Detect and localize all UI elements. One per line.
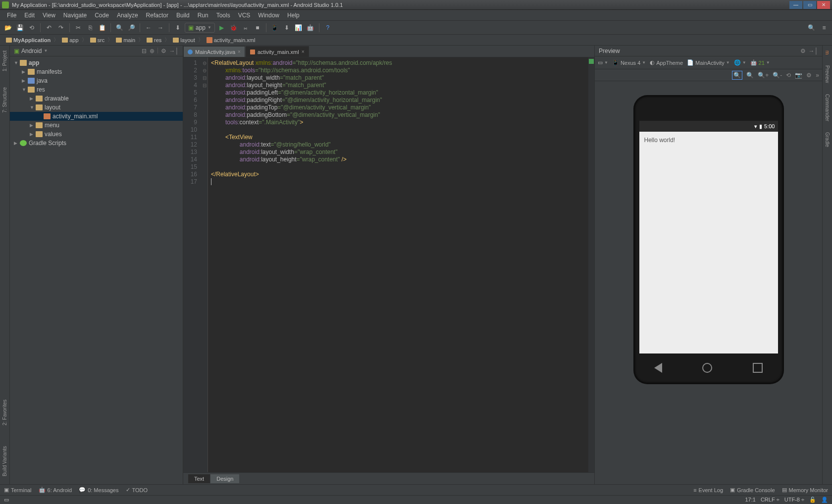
menu-run[interactable]: Run [194, 12, 212, 19]
cut-icon[interactable]: ✂ [73, 23, 83, 33]
tree-node-gradle-scripts[interactable]: ▶Gradle Scripts [10, 139, 183, 148]
locale-selector[interactable]: 🌐▼ [734, 59, 746, 66]
status-icon[interactable]: ▭ [4, 497, 9, 503]
event-log-tool-button[interactable]: ≡ Event Log [693, 487, 723, 493]
crumb-main[interactable]: main [114, 37, 137, 43]
project-view-selector[interactable]: ▣ Android ▼ [14, 48, 48, 54]
save-icon[interactable]: 💾 [15, 23, 25, 33]
collapse-icon[interactable]: ⊟ [142, 48, 147, 54]
code-editor[interactable]: 1 2 3 4 5 6 7 8 9 10 11 12 13 14 15 16 1… [183, 57, 594, 472]
tab-text[interactable]: Text [188, 474, 210, 483]
help-icon[interactable]: ? [323, 23, 333, 33]
sdk-icon[interactable]: ⬇ [282, 23, 292, 33]
code-content[interactable]: <RelativeLayout xmlns:android="http://sc… [208, 57, 588, 472]
menu-refactor[interactable]: Refactor [142, 12, 172, 19]
undo-icon[interactable]: ↶ [44, 23, 54, 33]
screenshot-icon[interactable]: 📷 [795, 72, 802, 79]
menu-code[interactable]: Code [91, 12, 113, 19]
make-icon[interactable]: ⬇ [173, 23, 183, 33]
toolbar-menu-icon[interactable]: ≡ [819, 23, 829, 33]
todo-tool-button[interactable]: ✓ TODO [126, 487, 148, 493]
avd-icon[interactable]: 📱 [270, 23, 280, 33]
menu-file[interactable]: File [3, 12, 20, 19]
run-config-selector[interactable]: ▣ app ▼ [185, 23, 215, 33]
window-close-button[interactable]: ✕ [817, 1, 830, 9]
hide-icon[interactable]: →│ [809, 48, 819, 54]
attach-debug-icon[interactable]: ⨝ [241, 23, 251, 33]
run-icon[interactable]: ▶ [217, 23, 227, 33]
tree-node-drawable[interactable]: ▶drawable [10, 94, 183, 103]
close-icon[interactable]: × [302, 49, 305, 54]
activity-selector[interactable]: 📄MainActivity▼ [687, 59, 730, 66]
fold-gutter[interactable]: ⊖ ⊖⊟⊟ [201, 57, 208, 472]
close-icon[interactable]: × [238, 49, 241, 54]
orientation-button[interactable]: ▭▼ [598, 59, 608, 66]
commander-tool-button[interactable]: Commander [825, 91, 830, 124]
tree-node-layout[interactable]: ▼layout [10, 103, 183, 112]
terminal-tool-button[interactable]: ▣ Terminal [4, 487, 32, 493]
zoom-fit-icon[interactable]: 🔍 [732, 71, 742, 80]
error-stripe[interactable] [588, 57, 594, 472]
open-icon[interactable]: 📂 [3, 23, 13, 33]
crumb-app[interactable]: app [60, 37, 80, 43]
zoom-actual-icon[interactable]: 🔍 [746, 72, 754, 79]
menu-edit[interactable]: Edit [20, 12, 39, 19]
editor-tab-mainactivity[interactable]: MainActivity.java × [183, 46, 245, 57]
zoom-out-icon[interactable]: 🔍- [773, 72, 782, 79]
theme-selector[interactable]: ◐AppTheme [650, 59, 683, 66]
crumb-layout[interactable]: layout [171, 37, 197, 43]
structure-tool-button[interactable]: 7: Structure [2, 84, 7, 116]
preview-canvas[interactable]: ▾ ▮ 5:00 Hello world! [595, 81, 822, 484]
crumb-res[interactable]: res [145, 37, 163, 43]
menu-tools[interactable]: Tools [212, 12, 234, 19]
sync-icon[interactable]: ⟲ [27, 23, 37, 33]
tree-node-res[interactable]: ▼res [10, 85, 183, 94]
tree-node-values[interactable]: ▶values [10, 130, 183, 139]
menu-window[interactable]: Window [254, 12, 283, 19]
settings-icon[interactable]: ⚙ [806, 72, 812, 79]
window-minimize-button[interactable]: — [789, 1, 802, 9]
target-icon[interactable]: ⊕ [150, 48, 155, 54]
gradle-tool-button[interactable]: Gradle [825, 129, 830, 150]
messages-tool-button[interactable]: 💬 0: Messages [79, 487, 118, 493]
tree-node-app[interactable]: ▼app [10, 58, 183, 67]
crumb-file[interactable]: activity_main.xml [205, 37, 258, 43]
window-maximize-button[interactable]: ▭ [803, 1, 816, 9]
crumb-project[interactable]: MyApplication [4, 37, 52, 43]
search-everywhere-icon[interactable]: 🔍 [806, 23, 816, 33]
file-encoding[interactable]: UTF-8 ÷ [784, 497, 804, 503]
monitor-icon[interactable]: 📊 [294, 23, 304, 33]
back-icon[interactable]: ← [144, 23, 154, 33]
api-selector[interactable]: 🤖21▼ [750, 59, 770, 66]
forward-icon[interactable]: → [156, 23, 165, 33]
tree-node-menu[interactable]: ▶menu [10, 121, 183, 130]
tree-node-activity-main[interactable]: activity_main.xml [10, 112, 183, 121]
android-device-icon[interactable]: 🤖 [306, 23, 315, 33]
copy-icon[interactable]: ⎘ [85, 23, 95, 33]
tree-node-java[interactable]: ▶java [10, 76, 183, 85]
menu-help[interactable]: Help [283, 12, 304, 19]
crumb-src[interactable]: src [88, 37, 107, 43]
device-selector[interactable]: 📱Nexus 4▼ [612, 59, 646, 66]
hide-icon[interactable]: →│ [169, 48, 179, 54]
favorites-tool-button[interactable]: 2: Favorites [2, 397, 7, 428]
hector-icon[interactable]: 👤 [821, 497, 828, 503]
tab-design[interactable]: Design [210, 474, 239, 483]
maven-tool-button[interactable]: m [825, 48, 830, 57]
overflow-icon[interactable]: » [816, 72, 819, 79]
editor-tab-activity-main[interactable]: activity_main.xml × [246, 46, 309, 57]
menu-analyze[interactable]: Analyze [113, 12, 142, 19]
gear-icon[interactable]: ⚙ [800, 48, 806, 54]
menu-vcs[interactable]: VCS [234, 12, 255, 19]
build-variants-tool-button[interactable]: Build Variants [2, 443, 7, 479]
replace-icon[interactable]: 🔎 [126, 23, 136, 33]
lock-icon[interactable]: 🔓 [809, 497, 816, 503]
menu-build[interactable]: Build [172, 12, 194, 19]
refresh-icon[interactable]: ⟲ [786, 72, 791, 79]
debug-icon[interactable]: 🐞 [229, 23, 239, 33]
find-icon[interactable]: 🔍 [114, 23, 124, 33]
menu-navigate[interactable]: Navigate [59, 12, 91, 19]
memory-monitor-tool-button[interactable]: ▤ Memory Monitor [782, 487, 828, 493]
line-separator[interactable]: CRLF ÷ [761, 497, 780, 503]
cursor-position[interactable]: 17:1 [745, 497, 755, 503]
